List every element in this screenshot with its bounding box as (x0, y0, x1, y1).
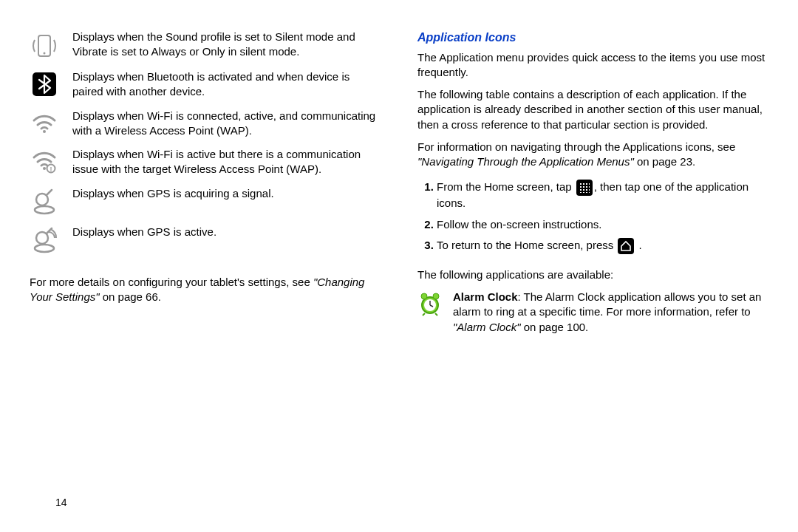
step3-post: . (635, 239, 641, 251)
vibrate-text: Displays when the Sound profile is set t… (72, 30, 381, 61)
bluetooth-icon (30, 69, 59, 100)
status-row-bluetooth: Displays when Bluetooth is activated and… (30, 69, 381, 100)
vibrate-icon (30, 30, 59, 61)
svg-point-7 (35, 206, 54, 214)
left-footer: For more details on configuring your tab… (30, 275, 381, 305)
app-row-alarm: Alarm Clock: The Alarm Clock application… (417, 290, 768, 335)
apps-grid-icon (576, 180, 593, 196)
alarm-link: "Alarm Clock" (453, 321, 521, 333)
home-button-icon (618, 238, 634, 254)
gps-active-icon (30, 225, 59, 254)
wifi-connected-icon (30, 109, 59, 139)
p3-link: "Navigating Through the Application Menu… (417, 155, 634, 168)
left-column: Displays when the Sound profile is set t… (30, 30, 381, 517)
gps-active-text: Displays when GPS is active. (72, 225, 381, 254)
svg-point-3 (43, 130, 46, 133)
alarm-text2: on page 100. (521, 321, 589, 333)
alarm-title: Alarm Clock (453, 290, 518, 303)
svg-point-17 (421, 293, 427, 299)
svg-point-10 (35, 245, 54, 252)
svg-point-18 (433, 293, 439, 299)
section-heading: Application Icons (417, 30, 768, 46)
step-3: To return to the Home screen, press . (437, 238, 768, 254)
alarm-description: Alarm Clock: The Alarm Clock application… (453, 290, 768, 335)
status-row-wifi-connected: Displays when Wi-Fi is connected, active… (30, 109, 381, 139)
status-row-vibrate: Displays when the Sound profile is set t… (30, 30, 381, 61)
bluetooth-text: Displays when Bluetooth is activated and… (72, 69, 381, 100)
wifi-issue-text: Displays when Wi-Fi is active but there … (72, 147, 381, 177)
wifi-connected-text: Displays when Wi-Fi is connected, active… (72, 109, 381, 139)
intro-p2: The following table contains a descripti… (417, 87, 768, 132)
svg-text:!: ! (50, 166, 52, 173)
manual-page: Displays when the Sound profile is set t… (0, 0, 798, 532)
status-row-gps-active: Displays when GPS is active. (30, 225, 381, 254)
p3-pre: For information on navigating through th… (417, 140, 735, 153)
step-2: Follow the on-screen instructions. (437, 217, 768, 232)
wifi-issue-icon: ! (30, 147, 59, 177)
p3-post: on page 23. (634, 155, 695, 168)
apps-available: The following applications are available… (417, 267, 768, 282)
gps-acquiring-icon (30, 186, 59, 216)
svg-point-4 (43, 167, 46, 170)
intro-p3: For information on navigating through th… (417, 140, 768, 170)
page-number: 14 (55, 496, 67, 510)
alarm-clock-icon (417, 290, 443, 335)
status-row-wifi-issue: ! Displays when Wi-Fi is active but ther… (30, 147, 381, 177)
step1-pre: From the Home screen, tap (437, 180, 575, 193)
right-column: Application Icons The Application menu p… (417, 30, 768, 517)
status-row-gps-acquiring: Displays when GPS is acquiring a signal. (30, 186, 381, 216)
svg-line-19 (423, 313, 425, 316)
svg-line-9 (47, 190, 52, 195)
step3-pre: To return to the Home screen, press (437, 239, 616, 251)
step-1: From the Home screen, tap , then tap one… (437, 180, 768, 211)
gps-acquiring-text: Displays when GPS is acquiring a signal. (72, 186, 381, 216)
steps-list: From the Home screen, tap , then tap one… (417, 180, 768, 260)
left-footer-post: on page 66. (100, 290, 161, 303)
svg-line-20 (435, 313, 437, 316)
svg-point-1 (44, 52, 46, 55)
step2-text: Follow the on-screen instructions. (437, 218, 601, 231)
intro-p1: The Application menu provides quick acce… (417, 50, 768, 81)
left-footer-pre: For more details on configuring your tab… (30, 276, 313, 288)
